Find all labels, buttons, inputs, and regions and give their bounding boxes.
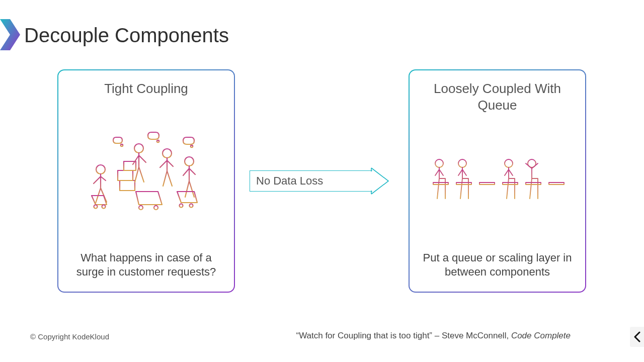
crowd-shopping-icon — [67, 97, 225, 251]
svg-rect-8 — [118, 170, 133, 180]
svg-point-14 — [185, 157, 194, 166]
quote-text: “Watch for Coupling that is too tight” –… — [296, 331, 511, 340]
people-seated-queue-icon — [419, 113, 576, 251]
arrow-right-icon — [370, 167, 390, 195]
svg-point-11 — [139, 206, 143, 210]
svg-marker-0 — [0, 19, 20, 50]
svg-point-1 — [120, 144, 122, 146]
svg-rect-45 — [549, 183, 564, 185]
card-loosely-coupled: Loosely Coupled With Queue — [409, 69, 586, 293]
svg-point-12 — [154, 206, 158, 210]
svg-point-10 — [134, 144, 143, 153]
svg-rect-36 — [503, 183, 518, 185]
quote-book: Code Complete — [511, 331, 571, 340]
svg-point-19 — [435, 159, 443, 167]
card-tight-coupling: Tight Coupling — [57, 69, 235, 293]
svg-point-2 — [156, 140, 158, 142]
svg-point-35 — [505, 159, 513, 167]
copyright: © Copyright KodeKloud — [30, 332, 109, 341]
card-title-right: Loosely Coupled With Queue — [419, 80, 576, 113]
svg-point-5 — [94, 205, 97, 208]
transition-arrow: No Data Loss — [250, 170, 390, 192]
svg-point-13 — [163, 149, 172, 158]
svg-point-24 — [458, 159, 466, 167]
svg-rect-7 — [120, 180, 135, 191]
chevron-right-icon — [0, 19, 22, 50]
footer-quote: “Watch for Coupling that is too tight” –… — [296, 331, 571, 341]
svg-point-3 — [190, 145, 192, 147]
svg-point-6 — [102, 205, 105, 208]
svg-rect-29 — [479, 183, 495, 185]
card-caption-right: Put a queue or scaling layer in between … — [419, 251, 576, 280]
svg-point-15 — [179, 204, 183, 207]
svg-rect-41 — [526, 183, 541, 185]
svg-point-16 — [189, 204, 193, 207]
slide: Decouple Components Tight Coupling — [0, 0, 644, 362]
card-title-left: Tight Coupling — [67, 80, 225, 97]
svg-point-4 — [96, 165, 105, 174]
prev-slide-button[interactable] — [630, 327, 644, 347]
svg-rect-25 — [456, 183, 471, 185]
card-caption-left: What happens in case of a surge in custo… — [67, 251, 225, 280]
chevron-left-icon — [633, 331, 640, 342]
arrow-label: No Data Loss — [250, 170, 372, 192]
svg-rect-20 — [433, 183, 448, 185]
slide-title: Decouple Components — [24, 24, 229, 47]
